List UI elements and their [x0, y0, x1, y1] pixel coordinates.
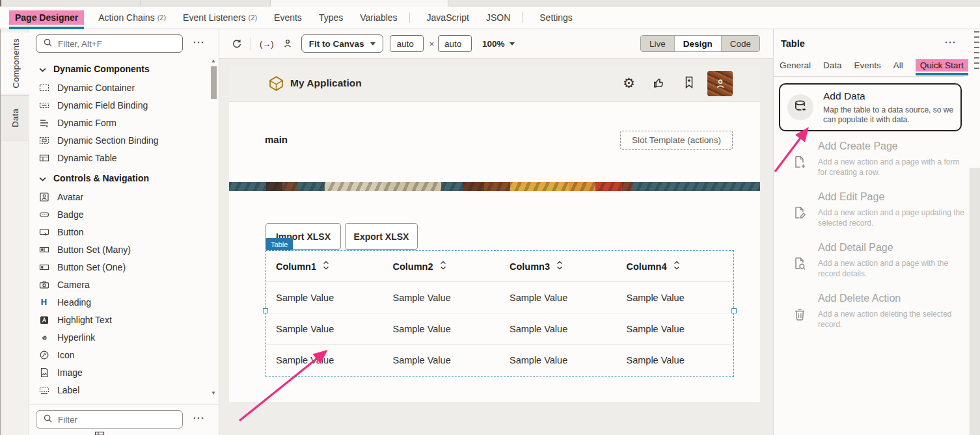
- properties-tab-events[interactable]: Events: [854, 60, 881, 70]
- section-dynamic-components[interactable]: Dynamic Components: [29, 59, 211, 79]
- components-overflow-menu[interactable]: ⋯: [193, 35, 206, 49]
- sort-icon[interactable]: [323, 261, 329, 272]
- tab-settings[interactable]: Settings: [539, 12, 573, 23]
- selection-handle-right[interactable]: [731, 308, 737, 313]
- app-header[interactable]: My Application ⚙: [229, 65, 760, 102]
- components-list: Dynamic Components Dynamic Container Dyn…: [29, 59, 211, 399]
- table-cell[interactable]: Sample Value: [383, 313, 500, 345]
- component-button-set-one[interactable]: Button Set (One): [29, 258, 211, 276]
- slot-template-placeholder[interactable]: Slot Template (actions): [620, 131, 733, 150]
- component-label[interactable]: Label: [29, 381, 211, 399]
- properties-tab-general[interactable]: General: [780, 60, 811, 70]
- database-icon-circle: [787, 94, 813, 120]
- mode-design-button[interactable]: Design: [674, 36, 721, 51]
- properties-overflow-menu[interactable]: ⋯: [944, 35, 957, 49]
- user-role-icon[interactable]: [282, 38, 293, 49]
- sort-icon[interactable]: [556, 261, 563, 272]
- component-dynamic-field-binding[interactable]: Dynamic Field Binding: [29, 96, 211, 114]
- zoom-dropdown[interactable]: 100%: [482, 39, 515, 49]
- column-header-4[interactable]: Column4: [617, 251, 734, 282]
- properties-tab-quick-start[interactable]: Quick Start: [916, 59, 968, 72]
- fit-to-canvas-dropdown[interactable]: Fit to Canvas: [301, 34, 384, 53]
- column-header-3[interactable]: Column3: [500, 251, 617, 282]
- table-cell[interactable]: Sample Value: [617, 282, 734, 313]
- component-icon[interactable]: Icon: [29, 346, 211, 363]
- quickstart-title: Add Edit Page: [818, 191, 884, 203]
- column-header-2[interactable]: Column2: [383, 251, 500, 282]
- structure-overflow-menu[interactable]: ⋯: [193, 411, 206, 425]
- hero-banner-image[interactable]: [229, 182, 760, 191]
- tab-variables[interactable]: Variables: [360, 12, 397, 23]
- tab-event-listeners[interactable]: Event Listeners(2): [183, 12, 257, 23]
- dynamic-container-icon: [38, 82, 49, 93]
- gear-icon[interactable]: ⚙: [623, 73, 635, 92]
- tab-action-chains[interactable]: Action Chains(2): [98, 12, 166, 23]
- table-cell[interactable]: Sample Value: [500, 313, 617, 345]
- section-controls-navigation[interactable]: Controls & Navigation: [29, 168, 211, 188]
- tab-page-designer[interactable]: Page Designer: [9, 10, 84, 25]
- canvas-height-input[interactable]: [438, 35, 472, 52]
- sort-icon[interactable]: [674, 261, 680, 272]
- components-filter-input[interactable]: [58, 39, 176, 49]
- selection-handle-left[interactable]: [263, 308, 268, 313]
- column-header-1[interactable]: Column1: [266, 251, 383, 282]
- properties-tab-all[interactable]: All: [893, 60, 903, 70]
- table-cell[interactable]: Sample Value: [617, 345, 734, 376]
- table-cell[interactable]: Sample Value: [383, 282, 500, 313]
- tab-javascript[interactable]: JavaScript: [427, 12, 469, 23]
- tab-json[interactable]: JSON: [486, 12, 510, 23]
- table-cell[interactable]: Sample Value: [266, 282, 383, 313]
- component-highlight-text[interactable]: Highlight Text: [29, 311, 211, 328]
- page-designer-app: Page Designer Action Chains(2) Event Lis…: [0, 0, 980, 435]
- table-cell[interactable]: Sample Value: [266, 313, 383, 345]
- structure-filter-input[interactable]: [58, 415, 176, 425]
- component-avatar[interactable]: Avatar: [29, 188, 211, 205]
- component-heading[interactable]: H Heading: [29, 293, 211, 311]
- table-component[interactable]: Column1 Column2 Column3 Column4 Sample V…: [265, 250, 734, 377]
- scrollbar-down-arrow[interactable]: ▼: [211, 390, 216, 396]
- page-heading-component[interactable]: main: [265, 134, 288, 145]
- upper-active-tab[interactable]: [271, 0, 448, 7]
- component-dynamic-section-binding[interactable]: Dynamic Section Binding: [29, 131, 211, 149]
- table-cell[interactable]: Sample Value: [617, 313, 734, 345]
- component-button[interactable]: Button: [29, 223, 211, 241]
- button-set-many-icon: [38, 244, 49, 255]
- trash-icon: [792, 307, 808, 325]
- component-camera[interactable]: Camera: [29, 276, 211, 293]
- table-cell[interactable]: Sample Value: [500, 345, 617, 376]
- table-cell[interactable]: Sample Value: [383, 345, 500, 376]
- component-dynamic-container[interactable]: Dynamic Container: [29, 79, 211, 96]
- thumbs-up-icon[interactable]: [652, 76, 666, 92]
- mode-live-button[interactable]: Live: [641, 36, 674, 51]
- table-cell[interactable]: Sample Value: [500, 282, 617, 313]
- table-cell[interactable]: Sample Value: [266, 345, 383, 376]
- design-canvas-page[interactable]: My Application ⚙ main Slot Template (act…: [229, 65, 760, 402]
- quickstart-add-data-card[interactable]: Add Data Map the table to a data source,…: [779, 83, 962, 131]
- mode-code-button[interactable]: Code: [721, 36, 759, 51]
- scrollbar-thumb[interactable]: [211, 66, 217, 99]
- properties-tab-data[interactable]: Data: [823, 60, 842, 70]
- export-xlsx-button[interactable]: Export XLSX: [345, 223, 418, 250]
- tab-events[interactable]: Events: [274, 12, 302, 23]
- tab-types[interactable]: Types: [319, 12, 343, 23]
- component-dynamic-table[interactable]: Dynamic Table: [29, 149, 211, 166]
- component-image[interactable]: Image: [29, 363, 211, 381]
- upper-tab-strip: [0, 0, 980, 7]
- user-avatar[interactable]: [707, 71, 733, 96]
- component-badge[interactable]: Badge: [29, 205, 211, 223]
- scrollbar-up-arrow[interactable]: ▲: [211, 58, 216, 64]
- rail-tab-data[interactable]: Data: [1, 95, 30, 140]
- rail-tab-components[interactable]: Components: [1, 33, 31, 94]
- sort-icon[interactable]: [440, 261, 446, 272]
- refresh-icon[interactable]: [231, 38, 242, 49]
- right-scrollbar-track[interactable]: [970, 168, 980, 435]
- clipped-list-item[interactable]: [94, 431, 105, 435]
- code-preview-icon[interactable]: (→): [260, 39, 274, 49]
- bookmark-plus-icon[interactable]: [683, 75, 696, 92]
- component-hyperlink[interactable]: Hyperlink: [29, 328, 211, 346]
- toolbar-divider: [251, 37, 251, 50]
- heading-icon: H: [38, 297, 49, 308]
- canvas-width-input[interactable]: [390, 35, 424, 52]
- component-dynamic-form[interactable]: Dynamic Form: [29, 114, 211, 131]
- component-button-set-many[interactable]: Button Set (Many): [29, 241, 211, 258]
